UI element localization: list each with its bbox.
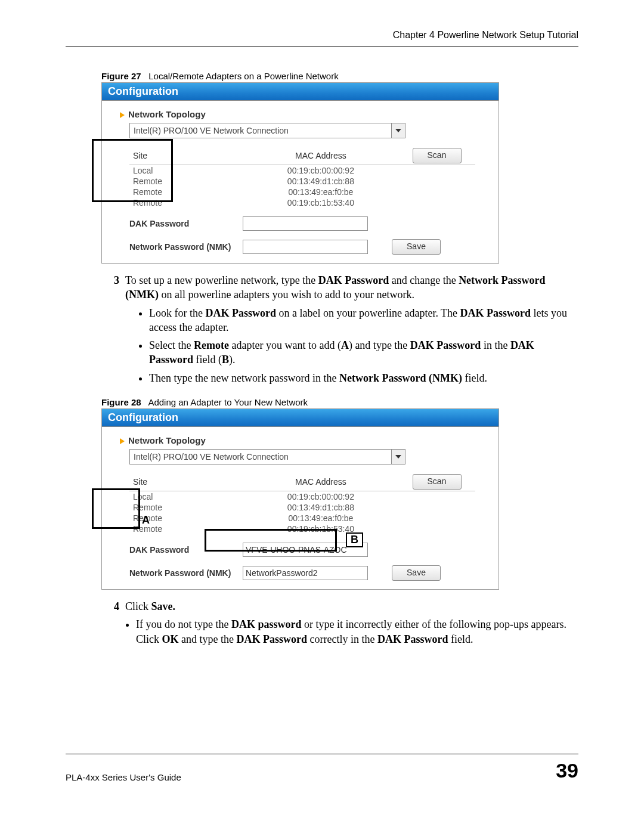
table-row[interactable]: Local00:19:cb:00:00:92 <box>129 491 475 503</box>
col-site: Site <box>129 473 243 491</box>
step4-bullet: If you do not type the DAK password or t… <box>136 617 578 646</box>
config-title-28: Configuration <box>102 409 499 427</box>
footer-guide: PLA-4xx Series User's Guide <box>66 772 181 782</box>
network-connection-dropdown[interactable]: Intel(R) PRO/100 VE Network Connection <box>129 449 405 465</box>
nmk-label-28: Network Password (NMK) <box>129 568 243 578</box>
figure28-text: Adding an Adapter to Your New Network <box>148 397 308 407</box>
dak-label-28: DAK Password <box>129 545 243 555</box>
page-header: Chapter 4 Powerline Network Setup Tutori… <box>66 30 578 47</box>
figure28-label: Figure 28 <box>101 397 141 407</box>
dropdown-value: Intel(R) PRO/100 VE Network Connection <box>134 126 289 135</box>
table-row[interactable]: Remote00:13:49:ea:f0:be <box>129 513 475 524</box>
adapter-table-27: Site MAC Address Scan Local00:19:cb:00:0… <box>129 147 475 208</box>
figure28-wrapper: Configuration Network Topology Intel(R) … <box>66 408 578 590</box>
save-button-27[interactable]: Save <box>392 239 441 255</box>
step-3-number: 3 <box>101 273 125 389</box>
table-row[interactable]: Remote00:13:49:d1:cb:88 <box>129 502 475 513</box>
config-title-27: Configuration <box>102 83 499 101</box>
step3-bullet-2: Select the Remote adapter you want to ad… <box>149 338 578 367</box>
figure27-wrapper: Configuration Network Topology Intel(R) … <box>66 82 578 264</box>
step-4-number: 4 <box>101 599 125 614</box>
step-4: 4 Click Save. <box>101 599 578 614</box>
figure27-label: Figure 27 <box>101 71 141 81</box>
page-footer: PLA-4xx Series User's Guide 39 <box>66 754 578 782</box>
table-row[interactable]: Local00:19:cb:00:00:92 <box>129 165 475 176</box>
figure27-text: Local/Remote Adapters on a Powerline Net… <box>148 71 339 81</box>
figure27-caption: Figure 27 Local/Remote Adapters on a Pow… <box>101 71 578 81</box>
network-connection-dropdown[interactable]: Intel(R) PRO/100 VE Network Connection <box>129 123 405 138</box>
save-button-28[interactable]: Save <box>392 565 441 581</box>
marker-a-label: A <box>142 514 150 527</box>
col-site: Site <box>129 147 243 165</box>
section-network-topology-28: Network Topology <box>120 435 487 445</box>
figure28-caption: Figure 28 Adding an Adapter to Your New … <box>101 397 578 407</box>
table-row[interactable]: Remote00:13:49:ea:f0:be <box>129 187 475 197</box>
footer-page-number: 39 <box>556 759 578 782</box>
scan-button[interactable]: Scan <box>413 148 462 163</box>
table-row[interactable]: Remote00:19:cb:1b:53:40 <box>129 524 475 534</box>
dak-input-27[interactable] <box>243 216 368 231</box>
col-mac: MAC Address <box>243 147 398 165</box>
chevron-down-icon <box>391 450 405 464</box>
section-network-topology-27: Network Topology <box>120 109 487 119</box>
chevron-down-icon <box>391 123 405 138</box>
marker-b-label: B <box>346 532 363 547</box>
dak-label-27: DAK Password <box>129 219 243 228</box>
table-row[interactable]: Remote00:19:cb:1b:53:40 <box>129 197 475 208</box>
nmk-label-27: Network Password (NMK) <box>129 242 243 252</box>
step3-bullet-3: Then type the new network password in th… <box>149 371 578 385</box>
step3-bullet-1: Look for the DAK Password on a label on … <box>149 306 578 335</box>
scan-button[interactable]: Scan <box>413 474 462 490</box>
dropdown-value: Intel(R) PRO/100 VE Network Connection <box>134 452 289 462</box>
col-mac: MAC Address <box>243 473 398 491</box>
figure28-panel: Configuration Network Topology Intel(R) … <box>101 408 499 590</box>
nmk-input-28[interactable] <box>243 566 368 580</box>
table-row[interactable]: Remote00:13:49:d1:cb:88 <box>129 176 475 187</box>
figure27-panel: Configuration Network Topology Intel(R) … <box>101 82 499 264</box>
step-3: 3 To set up a new powerline network, typ… <box>101 273 578 389</box>
adapter-table-28: Site MAC Address Scan Local00:19:cb:00:0… <box>129 473 475 534</box>
nmk-input-27[interactable] <box>243 240 368 254</box>
